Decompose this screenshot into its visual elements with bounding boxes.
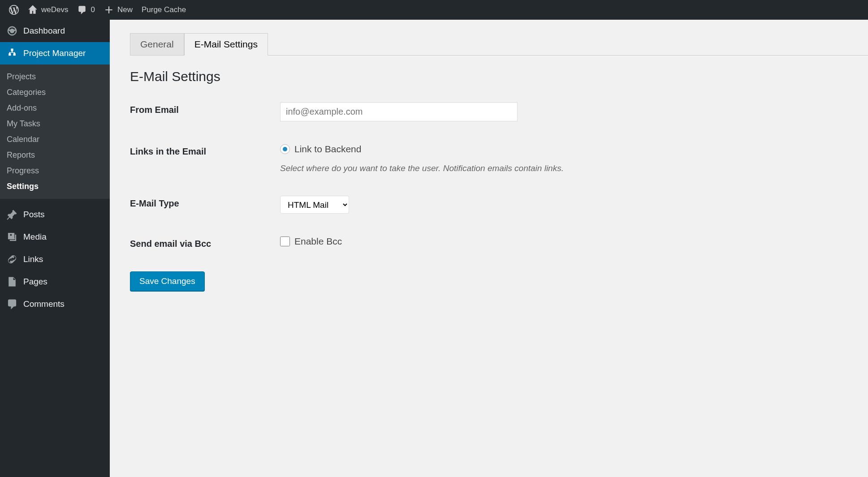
sidebar-label: Project Manager [23,48,86,58]
admin-toolbar: weDevs 0 New Purge Cache [0,0,868,20]
new-label: New [117,5,133,14]
sidebar-label: Dashboard [23,26,65,36]
link-backend-radio[interactable] [280,144,290,154]
bcc-label: Send email via Bcc [130,236,280,249]
submenu-item-settings[interactable]: Settings [0,179,110,194]
comment-icon [77,5,87,15]
comments-count: 0 [91,5,95,14]
media-icon [6,231,18,243]
link-icon [6,254,18,265]
sidebar-item-comments[interactable]: Comments [0,293,110,315]
links-description: Select where do you want to take the use… [280,163,868,173]
sidebar-label: Posts [23,210,45,219]
from-email-input[interactable] [280,102,518,121]
email-type-select[interactable]: HTML Mail [280,196,349,214]
sidebar-item-posts[interactable]: Posts [0,203,110,226]
settings-tabs: General E-Mail Settings [130,33,868,56]
tab-general[interactable]: General [130,33,184,56]
link-backend-option[interactable]: Link to Backend [280,144,868,155]
pin-icon [6,209,18,220]
links-in-email-label: Links in the Email [130,144,280,157]
sidebar-item-project-manager[interactable]: Project Manager [0,42,110,64]
plus-icon [104,5,114,15]
wordpress-icon [9,5,19,15]
submenu-item-my-tasks[interactable]: My Tasks [0,116,110,132]
admin-sidebar: Dashboard Project Manager Projects Categ… [0,20,110,477]
sidebar-label: Links [23,254,43,264]
sidebar-submenu: Projects Categories Add-ons My Tasks Cal… [0,64,110,199]
sidebar-item-pages[interactable]: Pages [0,271,110,293]
sidebar-item-media[interactable]: Media [0,226,110,248]
enable-bcc-checkbox[interactable] [280,236,290,246]
wordpress-logo-menu[interactable] [4,0,23,20]
site-name: weDevs [41,5,68,14]
link-backend-label: Link to Backend [294,144,361,155]
submenu-item-reports[interactable]: Reports [0,147,110,163]
home-icon [28,5,38,15]
tab-email-settings[interactable]: E-Mail Settings [184,33,268,56]
submenu-item-progress[interactable]: Progress [0,163,110,179]
page-title: E-Mail Settings [130,69,868,84]
dashboard-icon [6,25,18,37]
submenu-item-categories[interactable]: Categories [0,85,110,100]
enable-bcc-option[interactable]: Enable Bcc [280,236,868,247]
sidebar-item-dashboard[interactable]: Dashboard [0,20,110,42]
purge-cache-label: Purge Cache [142,5,186,14]
comments-link[interactable]: 0 [73,0,99,20]
comment-icon [6,298,18,310]
network-icon [6,47,18,59]
submenu-item-calendar[interactable]: Calendar [0,132,110,147]
sidebar-item-links[interactable]: Links [0,248,110,271]
sidebar-label: Media [23,232,47,242]
from-email-label: From Email [130,102,280,115]
sidebar-label: Comments [23,299,65,309]
email-type-label: E-Mail Type [130,196,280,209]
page-icon [6,276,18,288]
new-content-link[interactable]: New [99,0,137,20]
submenu-item-addons[interactable]: Add-ons [0,100,110,116]
site-home-link[interactable]: weDevs [23,0,73,20]
save-changes-button[interactable]: Save Changes [130,271,205,291]
submenu-item-projects[interactable]: Projects [0,69,110,85]
main-content: General E-Mail Settings E-Mail Settings … [110,20,868,477]
enable-bcc-label: Enable Bcc [294,236,342,247]
purge-cache-link[interactable]: Purge Cache [137,0,190,20]
sidebar-label: Pages [23,277,48,287]
